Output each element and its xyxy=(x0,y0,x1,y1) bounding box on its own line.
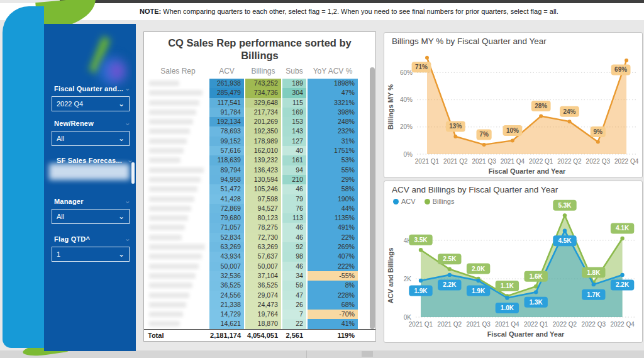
cell-yoy-acv[interactable]: 53% xyxy=(308,155,358,165)
cell-acv[interactable]: 36,525 xyxy=(209,281,244,290)
data-point[interactable] xyxy=(568,120,572,123)
cell-subs[interactable]: 94 xyxy=(282,165,306,175)
data-point[interactable] xyxy=(539,115,543,118)
cell-acv[interactable]: 14,729 xyxy=(209,310,244,319)
cell-yoy-acv[interactable]: 55% xyxy=(308,165,358,175)
cell-sales-rep[interactable] xyxy=(144,146,208,155)
sf-list-scrollbar[interactable] xyxy=(131,162,135,184)
cell-sales-rep[interactable] xyxy=(144,79,208,88)
cell-billings[interactable]: 97,598 xyxy=(245,194,281,204)
data-point[interactable] xyxy=(476,279,480,282)
cell-billings[interactable]: 130,594 xyxy=(245,175,281,184)
cell-sales-rep[interactable] xyxy=(144,319,208,328)
data-point[interactable] xyxy=(419,248,423,252)
cell-sales-rep[interactable] xyxy=(144,242,208,252)
data-point[interactable] xyxy=(448,273,452,277)
cell-billings[interactable]: 36,525 xyxy=(245,281,281,290)
cell-billings[interactable]: 162,010 xyxy=(245,146,281,155)
cell-billings[interactable]: 80,123 xyxy=(245,213,281,223)
cell-acv[interactable]: 51,472 xyxy=(209,184,244,194)
table-row[interactable]: 52,83472,7304622% xyxy=(144,233,375,242)
table-row[interactable]: 261,938743,2521891898% xyxy=(144,79,375,88)
cell-sales-rep[interactable] xyxy=(144,108,208,117)
bottom-scrollbar-thumb[interactable] xyxy=(362,351,373,357)
cell-sales-rep[interactable] xyxy=(144,291,208,300)
cell-yoy-acv[interactable]: 228% xyxy=(308,291,358,300)
cell-subs[interactable]: 169 xyxy=(282,108,306,117)
cell-acv[interactable]: 99,152 xyxy=(209,137,244,146)
cell-acv[interactable]: 285,479 xyxy=(209,88,244,98)
cell-yoy-acv[interactable]: -55% xyxy=(308,271,358,281)
cell-acv[interactable]: 89,794 xyxy=(209,165,244,175)
cell-yoy-acv[interactable]: 269% xyxy=(308,242,358,252)
cell-sales-rep[interactable] xyxy=(144,252,208,261)
data-point[interactable] xyxy=(563,213,567,217)
cell-sales-rep[interactable] xyxy=(144,204,208,213)
cell-sales-rep[interactable] xyxy=(144,88,208,98)
cell-subs[interactable]: 46 xyxy=(282,233,306,242)
cell-billings[interactable]: 63,269 xyxy=(245,242,281,252)
sf-sales-forecast-selection-blurred[interactable] xyxy=(49,164,130,180)
cell-acv[interactable]: 261,938 xyxy=(209,79,244,88)
cell-yoy-acv[interactable]: 1898% xyxy=(308,79,358,88)
cell-sales-rep[interactable] xyxy=(144,233,208,242)
fiscal-quarter-dropdown[interactable]: 2022 Q4⌄ xyxy=(52,96,130,111)
cell-subs[interactable]: 46 xyxy=(282,262,306,271)
cell-billings[interactable]: 24,473 xyxy=(245,300,281,310)
cell-yoy-acv[interactable]: 3321% xyxy=(308,98,358,108)
cell-billings[interactable]: 78,275 xyxy=(245,223,281,232)
cell-yoy-acv[interactable]: 29% xyxy=(308,175,358,184)
cell-billings[interactable]: 329,648 xyxy=(245,98,281,108)
cell-acv[interactable]: 24,556 xyxy=(209,291,244,300)
cell-acv[interactable]: 117,541 xyxy=(209,98,244,108)
cell-yoy-acv[interactable]: 407% xyxy=(308,252,358,261)
cell-billings[interactable]: 57,637 xyxy=(245,252,281,261)
cell-acv[interactable]: 52,834 xyxy=(209,233,244,242)
manager-dropdown[interactable]: All⌄ xyxy=(52,209,130,224)
table-row[interactable]: 14,72919,7647-70% xyxy=(144,310,375,319)
data-point[interactable] xyxy=(620,237,624,240)
data-point[interactable] xyxy=(453,135,457,138)
table-row[interactable]: 43,93457,63798407% xyxy=(144,252,375,261)
cell-acv[interactable]: 192,134 xyxy=(209,117,244,126)
cell-subs[interactable]: 40 xyxy=(282,146,306,155)
table-row[interactable]: 118,639139,23216153% xyxy=(144,155,375,165)
cell-subs[interactable]: 189 xyxy=(282,79,306,88)
cell-acv[interactable]: 79,680 xyxy=(209,213,244,223)
cell-acv[interactable]: 41,428 xyxy=(209,194,244,204)
cell-billings[interactable]: 217,734 xyxy=(245,108,281,117)
cell-billings[interactable]: 192,350 xyxy=(245,126,281,136)
data-point[interactable] xyxy=(419,279,423,282)
cell-billings[interactable]: 19,764 xyxy=(245,310,281,319)
cell-sales-rep[interactable] xyxy=(144,184,208,194)
cell-subs[interactable]: 7 xyxy=(282,310,306,319)
cell-billings[interactable]: 29,074 xyxy=(245,291,281,300)
data-point[interactable] xyxy=(592,282,596,286)
table-row[interactable]: 117,541329,6481153321% xyxy=(144,98,375,108)
cell-yoy-acv[interactable]: 398% xyxy=(308,108,358,117)
cell-billings[interactable]: 139,232 xyxy=(245,155,281,165)
cell-acv[interactable]: 43,934 xyxy=(209,252,244,261)
cell-acv[interactable]: 91,784 xyxy=(209,108,244,117)
cell-subs[interactable]: 46 xyxy=(282,223,306,232)
column-header-billings[interactable]: Billings▼ xyxy=(245,65,281,79)
cell-billings[interactable]: 734,736 xyxy=(245,88,281,98)
data-point[interactable] xyxy=(482,143,486,147)
cell-billings[interactable]: 37,104 xyxy=(245,271,281,281)
data-point[interactable] xyxy=(534,290,538,294)
cell-sales-rep[interactable] xyxy=(144,223,208,232)
billings-my-area-chart[interactable]: 0%20%40%60%2021 Q12021 Q22021 Q32021 Q42… xyxy=(384,33,642,177)
cell-yoy-acv[interactable]: 44% xyxy=(308,204,358,213)
cell-yoy-acv[interactable]: 1135% xyxy=(308,213,358,223)
cell-subs[interactable]: 22 xyxy=(282,319,306,328)
cell-yoy-acv[interactable]: 31% xyxy=(308,137,358,146)
cell-acv[interactable]: 32,536 xyxy=(209,271,244,281)
cell-acv[interactable]: 57,616 xyxy=(209,146,244,155)
table-row[interactable]: 71,05778,27546491% xyxy=(144,223,375,232)
table-row[interactable]: 78,693192,350143232% xyxy=(144,126,375,136)
cell-billings[interactable]: 201,269 xyxy=(245,117,281,126)
table-row[interactable]: 14,62118,8702241% xyxy=(144,319,375,328)
cell-yoy-acv[interactable]: 222% xyxy=(308,262,358,271)
cell-sales-rep[interactable] xyxy=(144,98,208,108)
cell-acv[interactable]: 14,621 xyxy=(209,319,244,328)
